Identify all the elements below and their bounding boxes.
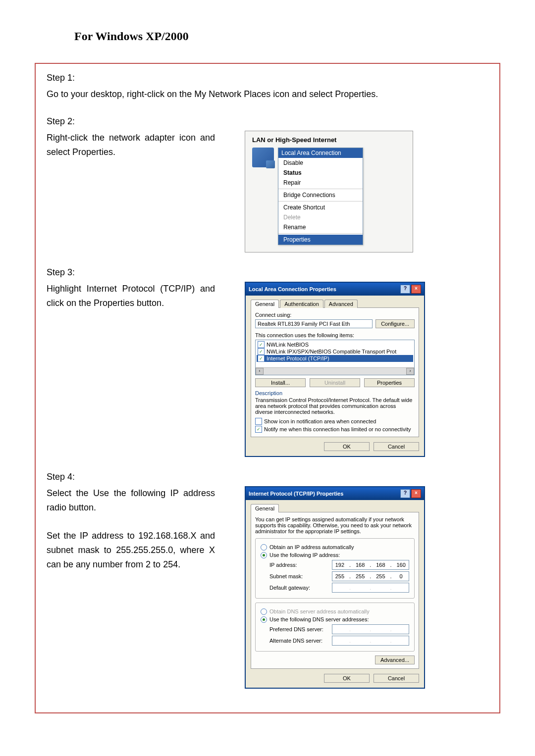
separator	[278, 189, 363, 189]
adapter-field: Realtek RTL8139 Family PCI Fast Eth	[255, 319, 373, 328]
list-item-selected[interactable]: ✓ Internet Protocol (TCP/IP)	[257, 355, 413, 362]
description-text: Transmission Control Protocol/Internet P…	[255, 397, 415, 415]
tcpip-intro-text: You can get IP settings assigned automat…	[255, 516, 415, 534]
tcpip-properties-dialog: Internet Protocol (TCP/IP) Properties ? …	[245, 486, 425, 689]
ok-button[interactable]: OK	[324, 674, 370, 683]
step-2: Step 2: Right-click the network adapter …	[47, 116, 488, 252]
list-item[interactable]: ✓ NWLink NetBIOS	[257, 341, 413, 348]
protocol-listbox[interactable]: ✓ NWLink NetBIOS ✓ NWLink IPX/SPX/NetBIO…	[255, 340, 415, 375]
alternate-dns-input[interactable]: . . .	[332, 636, 409, 646]
properties-button[interactable]: Properties	[364, 378, 415, 387]
step-4-label: Step 4:	[47, 472, 488, 482]
cancel-button[interactable]: Cancel	[374, 674, 419, 683]
step-2-text: Right-click the network adapter icon and…	[47, 131, 215, 159]
step-4-screenshot: Internet Protocol (TCP/IP) Properties ? …	[245, 486, 425, 689]
advanced-button[interactable]: Advanced...	[375, 655, 415, 664]
ip-address-input[interactable]: 192. 168. 168. 160	[332, 560, 409, 570]
checkbox-icon[interactable]: ✓	[258, 341, 265, 348]
ctx-properties[interactable]: Properties	[278, 235, 363, 245]
lan-properties-dialog: Local Area Connection Properties ? × Gen…	[245, 282, 425, 457]
install-button[interactable]: Install...	[255, 378, 306, 387]
step-3-label: Step 3:	[47, 267, 488, 278]
tcpip-dialog-title: Internet Protocol (TCP/IP) Properties	[249, 491, 343, 497]
notify-limited-checkbox-label: Notify me when this connection has limit…	[264, 426, 411, 432]
ctx-shortcut[interactable]: Create Shortcut	[278, 202, 363, 212]
context-menu-header: Local Area Connection	[278, 148, 363, 158]
radio-use-dns[interactable]	[261, 616, 267, 623]
step-1: Step 1: Go to your desktop, right-click …	[47, 73, 488, 101]
ctx-bridge[interactable]: Bridge Connections	[278, 190, 363, 200]
radio-obtain-dns	[261, 608, 267, 615]
ctx-repair[interactable]: Repair	[278, 178, 363, 188]
step-3: Step 3: Highlight Internet Protocol (TCP…	[47, 267, 488, 457]
preferred-dns-label: Preferred DNS server:	[269, 626, 332, 632]
configure-button[interactable]: Configure...	[375, 319, 415, 328]
checkbox-icon[interactable]: ✓	[255, 418, 262, 425]
step-1-label: Step 1:	[47, 73, 488, 83]
preferred-dns-input[interactable]: . . .	[332, 624, 409, 634]
cancel-button[interactable]: Cancel	[374, 442, 419, 451]
network-adapter-icon[interactable]	[252, 148, 274, 167]
subnet-mask-input[interactable]: 255. 255. 255. 0	[332, 571, 409, 581]
checkbox-icon[interactable]: ✓	[258, 355, 265, 362]
steps-container: Step 1: Go to your desktop, right-click …	[35, 63, 500, 713]
use-dns-label: Use the following DNS server addresses:	[269, 616, 369, 622]
obtain-dns-label: Obtain DNS server address automatically	[269, 608, 370, 614]
ip-address-label: IP address:	[269, 562, 332, 568]
step-4: Step 4: Select the Use the following IP …	[47, 472, 488, 689]
tab-general[interactable]: General	[251, 504, 279, 512]
step-4-text-2: Set the IP address to 192.168.168.X and …	[47, 529, 215, 571]
uninstall-button: Uninstall	[310, 378, 360, 387]
help-icon[interactable]: ?	[400, 285, 410, 294]
obtain-ip-label: Obtain an IP address automatically	[269, 544, 354, 550]
checkbox-icon[interactable]: ✓	[258, 348, 265, 355]
step-2-label: Step 2:	[47, 116, 488, 127]
show-icon-checkbox-label: Show icon in notification area when conn…	[264, 418, 376, 424]
close-icon[interactable]: ×	[411, 489, 421, 498]
step-4-text-1: Select the Use the following IP address …	[47, 486, 215, 515]
tab-advanced[interactable]: Advanced	[324, 300, 358, 308]
scroll-left-icon[interactable]: ‹	[256, 368, 264, 375]
context-menu: Local Area Connection Disable Status Rep…	[278, 148, 363, 245]
tab-general[interactable]: General	[251, 300, 279, 308]
page-title: For Windows XP/2000	[74, 30, 500, 43]
subnet-mask-label: Subnet mask:	[269, 573, 332, 579]
step-1-text: Go to your desktop, right-click on the M…	[47, 87, 488, 101]
radio-obtain-ip[interactable]	[261, 544, 267, 551]
ctx-disable[interactable]: Disable	[278, 158, 363, 168]
list-item[interactable]: ✓ NWLink IPX/SPX/NetBIOS Compatible Tran…	[257, 348, 413, 355]
connection-items-label: This connection uses the following items…	[255, 332, 415, 338]
ctx-status[interactable]: Status	[278, 168, 363, 178]
ctx-rename[interactable]: Rename	[278, 222, 363, 232]
connect-using-label: Connect using:	[255, 312, 415, 318]
default-gateway-input[interactable]: . . .	[332, 583, 409, 593]
scroll-right-icon[interactable]: ›	[406, 368, 414, 375]
step-4-text: Select the Use the following IP address …	[47, 486, 215, 572]
help-icon[interactable]: ?	[400, 489, 410, 498]
checkbox-icon[interactable]: ✓	[255, 426, 262, 433]
alternate-dns-label: Alternate DNS server:	[269, 638, 332, 644]
close-icon[interactable]: ×	[411, 285, 421, 294]
use-ip-label: Use the following IP address:	[269, 552, 340, 558]
default-gateway-label: Default gateway:	[269, 585, 332, 591]
description-label: Description	[255, 390, 415, 396]
radio-use-ip[interactable]	[261, 552, 267, 558]
separator	[278, 201, 363, 202]
ctx-delete: Delete	[278, 212, 363, 222]
step-3-screenshot: Local Area Connection Properties ? × Gen…	[245, 282, 425, 457]
step-3-text: Highlight Internet Protocol (TCP/IP) and…	[47, 282, 215, 310]
lan-panel-title: LAN or High-Speed Internet	[252, 136, 406, 144]
ok-button[interactable]: OK	[324, 442, 370, 451]
lan-dialog-title: Local Area Connection Properties	[249, 286, 336, 292]
step-2-screenshot: LAN or High-Speed Internet Local Area Co…	[245, 131, 413, 252]
horizontal-scrollbar[interactable]: ‹ ›	[256, 367, 414, 375]
separator	[278, 233, 363, 234]
tab-authentication[interactable]: Authentication	[280, 300, 323, 308]
